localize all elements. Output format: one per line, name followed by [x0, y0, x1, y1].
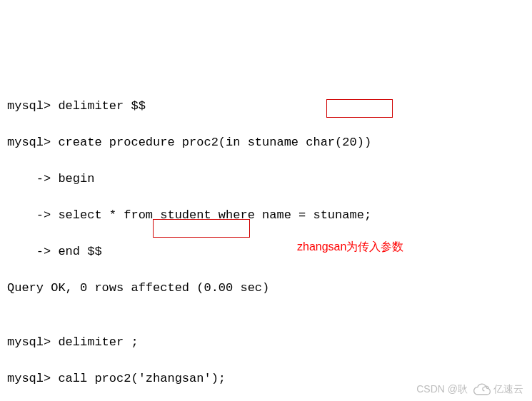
watermark: CSDN @耿 亿速云 — [416, 382, 523, 397]
terminal-line: mysql> delimiter ; — [7, 333, 525, 352]
terminal-line: -> begin — [7, 170, 525, 188]
terminal-line: mysql> create procedure proc2(in stuname… — [7, 133, 525, 152]
terminal-line: Query OK, 0 rows affected (0.00 sec) — [7, 279, 525, 298]
terminal-line: mysql> delimiter $$ — [7, 97, 525, 116]
cloud-icon — [472, 383, 492, 396]
annotation-text: zhangsan为传入参数 — [297, 238, 403, 255]
terminal-line: -> select * from student where name = st… — [7, 206, 525, 225]
watermark-brand: 亿速云 — [493, 382, 523, 397]
watermark-logo: 亿速云 — [472, 382, 523, 397]
terminal-line: -> end $$ — [7, 243, 525, 261]
watermark-csdn: CSDN @耿 — [416, 382, 468, 397]
terminal-output: mysql> delimiter $$ mysql> create proced… — [7, 78, 525, 401]
